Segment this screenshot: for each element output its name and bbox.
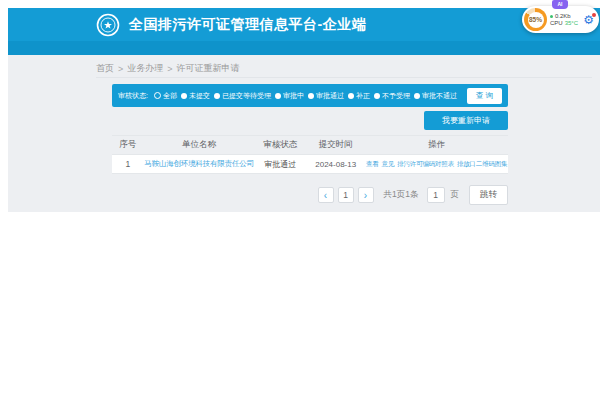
pagination-summary: 共1页1条 bbox=[384, 189, 419, 201]
jump-unit-label: 页 bbox=[451, 189, 460, 201]
page-1-button[interactable]: 1 bbox=[338, 187, 354, 203]
radio-not-submitted[interactable]: 未提交 bbox=[181, 91, 210, 101]
secondary-nav-bar bbox=[8, 41, 600, 55]
jump-page-input[interactable] bbox=[427, 187, 445, 203]
net-status-dot-icon bbox=[550, 15, 553, 18]
radio-submitted-awaiting[interactable]: 已提交等待受理 bbox=[214, 91, 271, 101]
app-header: 全国排污许可证管理信息平台-企业端 bbox=[8, 8, 600, 41]
col-status: 审核状态 bbox=[255, 139, 306, 151]
op-permit-code-table-link[interactable]: 排污许可编码对照表 bbox=[397, 160, 454, 169]
operations-cell: 查看 意见 排污许可编码对照表 排放口二维码图集 bbox=[365, 160, 508, 169]
company-link[interactable]: 马鞍山海创环境科技有限责任公司 bbox=[144, 159, 255, 169]
breadcrumb-separator: > bbox=[118, 64, 123, 74]
radio-in-review[interactable]: 审批中 bbox=[275, 91, 304, 101]
national-emblem-logo-icon bbox=[96, 13, 120, 37]
breadcrumb: 首页 > 业务办理 > 许可证重新申请 bbox=[96, 60, 592, 78]
breadcrumb-home[interactable]: 首页 bbox=[96, 62, 114, 75]
jump-button[interactable]: 跳转 bbox=[469, 185, 508, 205]
radio-not-accepted[interactable]: 不予受理 bbox=[374, 91, 410, 101]
radio-correction[interactable]: 补正 bbox=[348, 91, 370, 101]
table-header-row: 序号 单位名称 审核状态 提交时间 操作 bbox=[112, 135, 508, 155]
breadcrumb-separator: > bbox=[167, 64, 172, 74]
main-panel: 审核状态: 全部 未提交 已提交等待受理 审批中 审批通过 补正 不予受理 bbox=[112, 84, 508, 205]
radio-approved[interactable]: 审批通过 bbox=[308, 91, 344, 101]
applications-table: 序号 单位名称 审核状态 提交时间 操作 1 马鞍山海创环境科技有限责任公司 审… bbox=[112, 135, 508, 174]
toolbar: 我要重新申请 bbox=[112, 111, 508, 130]
table-row: 1 马鞍山海创环境科技有限责任公司 审批通过 2024-08-13 查看 意见 … bbox=[112, 155, 508, 174]
breadcrumb-current: 许可证重新申请 bbox=[177, 62, 240, 75]
radio-icon bbox=[154, 92, 161, 99]
radio-icon bbox=[308, 93, 314, 99]
radio-not-approved[interactable]: 审批不通过 bbox=[414, 91, 457, 101]
memory-gauge-icon: 85% bbox=[524, 8, 547, 31]
col-operations: 操作 bbox=[365, 139, 508, 151]
radio-icon bbox=[181, 93, 187, 99]
cpu-label: CPU bbox=[550, 20, 563, 26]
col-date: 提交时间 bbox=[306, 139, 365, 151]
next-page-button[interactable]: › bbox=[358, 187, 374, 203]
net-speed: 0.2Kb bbox=[555, 13, 571, 19]
op-outlet-qrcode-link[interactable]: 排放口二维码图集 bbox=[457, 160, 507, 169]
ai-assistant-icon[interactable]: AI bbox=[552, 0, 568, 9]
radio-icon bbox=[414, 93, 420, 99]
system-monitor-widget[interactable]: 85% 0.2Kb CPU 35°C ⚙ bbox=[522, 6, 599, 33]
search-button[interactable]: 查 询 bbox=[467, 88, 502, 104]
col-index: 序号 bbox=[112, 139, 144, 151]
radio-icon bbox=[275, 93, 281, 99]
op-view-link[interactable]: 查看 bbox=[366, 160, 379, 169]
filter-label: 审核状态: bbox=[118, 91, 148, 101]
radio-icon bbox=[348, 93, 354, 99]
radio-all[interactable]: 全部 bbox=[154, 91, 177, 101]
cpu-temp: 35°C bbox=[565, 20, 578, 26]
row-index: 1 bbox=[112, 159, 144, 169]
status-value: 审批通过 bbox=[255, 159, 306, 170]
status-filter-bar: 审核状态: 全部 未提交 已提交等待受理 审批中 审批通过 补正 不予受理 bbox=[112, 84, 508, 107]
gear-icon[interactable]: ⚙ bbox=[583, 14, 594, 26]
submit-date: 2024-08-13 bbox=[306, 160, 365, 169]
prev-page-button[interactable]: ‹ bbox=[318, 187, 334, 203]
reapply-button[interactable]: 我要重新申请 bbox=[424, 111, 508, 130]
breadcrumb-business[interactable]: 业务办理 bbox=[127, 62, 163, 75]
notification-dot-icon bbox=[592, 13, 596, 17]
monitor-readouts: 0.2Kb CPU 35°C bbox=[550, 13, 583, 26]
gauge-percent: 85% bbox=[528, 12, 544, 28]
op-opinion-link[interactable]: 意见 bbox=[382, 160, 395, 169]
radio-icon bbox=[374, 93, 380, 99]
pagination: ‹ 1 › 共1页1条 页 跳转 bbox=[112, 185, 508, 205]
radio-icon bbox=[214, 93, 220, 99]
page-title: 全国排污许可证管理信息平台-企业端 bbox=[129, 16, 366, 34]
col-company: 单位名称 bbox=[144, 139, 255, 151]
